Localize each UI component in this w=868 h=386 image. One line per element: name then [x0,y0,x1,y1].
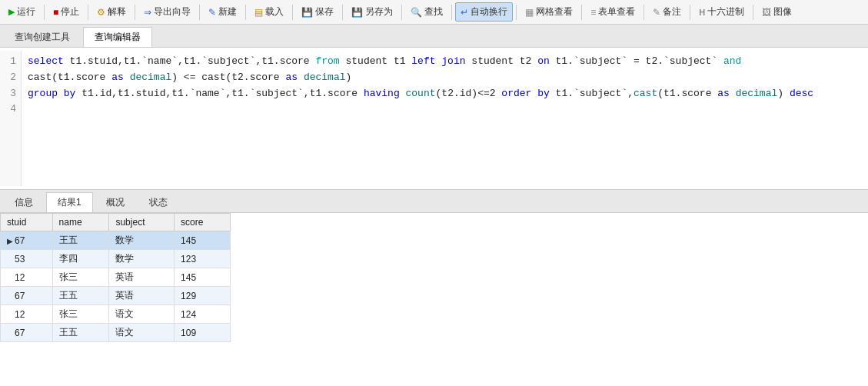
sep13 [690,5,690,20]
formview-label: 表单查看 [598,5,635,18]
bottom-section: 信息 结果1 概况 状态 stuid name subject score ▶6… [0,190,868,386]
find-icon: 🔍 [411,7,422,18]
cell-name: 王五 [52,324,109,342]
gridview-button[interactable]: ▦ 网格查看 [520,2,578,22]
load-icon: ▤ [254,7,263,18]
sep2 [88,5,88,20]
cell-subject: 英语 [109,268,175,287]
cell-subject: 语文 [109,305,175,324]
cell-score: 123 [175,250,231,268]
run-icon: ▶ [8,7,15,17]
cell-name: 李四 [52,250,109,268]
stop-button[interactable]: ■ 停止 [48,2,85,22]
autoswitch-button[interactable]: ↵ 自动换行 [455,2,513,22]
sep5 [245,5,246,20]
table-row[interactable]: 67王五语文109 [1,324,231,342]
image-label: 图像 [773,5,792,18]
cell-stuid: 53 [1,250,53,268]
image-icon: 🖼 [762,7,771,18]
formview-icon: ≡ [590,7,596,18]
autoswitch-label: 自动换行 [471,5,507,18]
results-area: stuid name subject score ▶67王五数学14553李四数… [0,213,868,386]
editor-area[interactable]: 1 2 3 4 select t1.stuid,t1.`name`,t1.`su… [0,48,868,190]
hex-label: 十六进制 [707,5,744,18]
sep4 [199,5,200,20]
cell-subject: 英语 [109,287,175,305]
save-label: 保存 [315,5,334,18]
tab-results1[interactable]: 结果1 [46,192,93,212]
stop-label: 停止 [61,5,79,18]
cell-name: 张三 [52,305,109,324]
new-label: 新建 [218,5,237,18]
save-button[interactable]: 💾 保存 [296,2,339,22]
export-label: 导出向导 [154,5,191,18]
sep8 [401,5,402,20]
hex-button[interactable]: H 十六进制 [693,2,750,22]
sep7 [342,5,343,20]
cell-score: 109 [175,324,231,342]
saveas-icon: 💾 [351,7,363,18]
cell-name: 王五 [52,287,109,305]
cell-stuid: 67 [1,287,53,305]
sep14 [753,5,753,20]
comment-button[interactable]: ✎ 备注 [647,2,687,22]
sep12 [644,5,644,20]
saveas-button[interactable]: 💾 另存为 [346,2,398,22]
explain-button[interactable]: ⚙ 解释 [91,2,131,22]
stop-icon: ■ [53,7,58,18]
run-button[interactable]: ▶ 运行 [3,2,41,22]
cell-subject: 数学 [109,250,175,268]
line-numbers: 1 2 3 4 [0,51,22,186]
run-label: 运行 [17,5,35,18]
image-button[interactable]: 🖼 图像 [757,2,797,22]
cell-score: 145 [175,268,231,287]
code-content[interactable]: select t1.stuid,t1.`name`,t1.`subject`,t… [22,51,868,186]
cell-stuid: 67 [1,324,53,342]
cell-subject: 数学 [109,231,175,250]
explain-icon: ⚙ [97,7,105,18]
table-row[interactable]: 12张三英语145 [1,268,231,287]
cell-name: 张三 [52,268,109,287]
cell-stuid: 12 [1,268,53,287]
cell-score: 129 [175,287,231,305]
tab-query-editor[interactable]: 查询编辑器 [83,27,152,47]
table-row[interactable]: 67王五英语129 [1,287,231,305]
new-icon: ✎ [208,7,216,18]
table-row[interactable]: ▶67王五数学145 [1,231,231,250]
export-button[interactable]: ⇒ 导出向导 [138,2,196,22]
table-row[interactable]: 53李四数学123 [1,250,231,268]
cell-score: 124 [175,305,231,324]
toolbar: ▶ 运行 ■ 停止 ⚙ 解释 ⇒ 导出向导 ✎ 新建 ▤ 载入 💾 [0,0,868,25]
tab-info[interactable]: 信息 [3,192,45,212]
sep9 [451,5,452,20]
cell-subject: 语文 [109,324,175,342]
tab-status[interactable]: 状态 [138,192,179,212]
formview-button[interactable]: ≡ 表单查看 [585,2,640,22]
table-row[interactable]: 12张三语文124 [1,305,231,324]
col-stuid: stuid [1,214,53,231]
cell-name: 王五 [52,231,109,250]
save-icon: 💾 [301,7,313,18]
tab-overview[interactable]: 概况 [95,192,136,212]
find-button[interactable]: 🔍 查找 [405,2,448,22]
sep1 [44,5,45,20]
comment-icon: ✎ [653,7,660,18]
gridview-icon: ▦ [525,7,534,18]
sep6 [292,5,293,20]
editor-tabs: 查询创建工具 查询编辑器 [0,25,868,48]
bottom-tabs: 信息 结果1 概况 状态 [0,190,868,213]
cell-score: 145 [175,231,231,250]
tab-query-builder[interactable]: 查询创建工具 [3,27,81,47]
export-icon: ⇒ [144,7,151,18]
load-label: 载入 [265,5,284,18]
new-button[interactable]: ✎ 新建 [203,2,242,22]
explain-label: 解释 [108,5,126,18]
col-subject: subject [109,214,175,231]
col-score: score [175,214,231,231]
results-header: stuid name subject score [1,214,231,231]
results-table: stuid name subject score ▶67王五数学14553李四数… [0,213,231,342]
load-button[interactable]: ▤ 载入 [249,2,289,22]
find-label: 查找 [424,5,443,18]
col-name: name [52,214,109,231]
comment-label: 备注 [663,5,681,18]
